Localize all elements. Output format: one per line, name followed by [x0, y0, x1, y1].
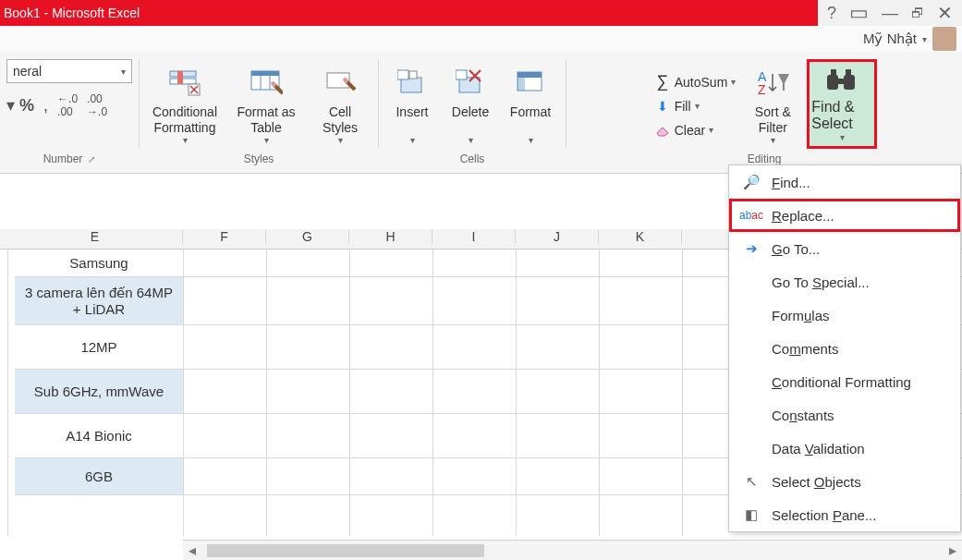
group-cells: Insert▾ Delete▾ Format▾ Cells [379, 52, 566, 173]
menu-comments[interactable]: Comments [729, 332, 960, 365]
svg-rect-10 [397, 70, 408, 79]
col-header[interactable]: G [266, 229, 349, 244]
group-styles: Conditional Formatting▾ Format as Table▾… [140, 52, 378, 173]
number-format-combo[interactable]: neral ▾ [6, 59, 132, 83]
help-icon[interactable]: ? [827, 5, 836, 21]
increase-decimal-button[interactable]: ←.0.00 [57, 92, 78, 118]
decrease-decimal-button[interactable]: .00→.0 [87, 92, 107, 118]
scroll-thumb[interactable] [207, 544, 484, 557]
chevron-down-icon: ▾ [121, 67, 126, 77]
window-controls: ? ▭ — 🗗 ✕ [818, 0, 962, 26]
sort-filter-icon: AZ [754, 64, 791, 101]
col-header[interactable]: K [599, 229, 682, 244]
insert-button[interactable]: Insert▾ [386, 62, 438, 147]
number-format-value: neral [13, 64, 42, 79]
percent-button[interactable]: ▾ % [6, 95, 34, 116]
svg-rect-11 [409, 71, 417, 79]
pane-icon: ◧ [742, 506, 761, 523]
format-as-table-icon [248, 64, 285, 101]
autosum-button[interactable]: ∑ AutoSum ▾ [654, 71, 737, 93]
conditional-formatting-button[interactable]: Conditional Formatting▾ [147, 62, 223, 147]
close-icon[interactable]: ✕ [937, 4, 953, 22]
svg-rect-13 [456, 70, 467, 79]
col-header[interactable]: J [516, 229, 599, 244]
menu-goto-special[interactable]: Go To Special... [729, 265, 960, 298]
arrow-right-icon: ➔ [742, 240, 761, 257]
user-menu-chevron-icon[interactable]: ▾ [922, 34, 927, 44]
cursor-icon: ↖ [742, 473, 761, 490]
title-bar: Book1 - Microsoft Excel ? ▭ — 🗗 ✕ [0, 0, 962, 26]
clear-button[interactable]: Clear ▾ [654, 119, 737, 141]
delete-button[interactable]: Delete▾ [444, 62, 497, 147]
menu-goto[interactable]: ➔ Go To... [729, 232, 960, 265]
user-name[interactable]: Mỹ Nhật [863, 30, 917, 47]
menu-constants[interactable]: Constants [729, 398, 960, 432]
scroll-right-icon[interactable]: ▸ [944, 542, 962, 559]
format-as-table-button[interactable]: Format as Table▾ [228, 62, 304, 147]
group-number: neral ▾ ▾ % , ←.0.00 .00→.0 Number ⤢ [0, 52, 139, 173]
svg-rect-22 [831, 69, 836, 77]
binoculars-icon [825, 66, 858, 99]
format-button[interactable]: Format▾ [503, 62, 558, 147]
sigma-icon: ∑ [654, 72, 671, 91]
menu-conditional-formatting[interactable]: Conditional Formatting [729, 365, 960, 398]
group-editing: ∑ AutoSum ▾ ⬇ Fill ▾ Clear ▾ [566, 52, 962, 173]
svg-rect-5 [251, 71, 279, 76]
svg-rect-16 [518, 72, 525, 91]
svg-rect-21 [836, 79, 846, 84]
menu-replace[interactable]: abac Replace... [729, 199, 960, 232]
eraser-icon [654, 124, 671, 137]
col-header[interactable]: I [432, 229, 516, 244]
group-label-editing: Editing [748, 152, 782, 165]
ribbon-collapse-icon[interactable]: ▭ [849, 3, 869, 23]
svg-text:Z: Z [758, 82, 766, 96]
find-select-button[interactable]: Find & Select▾ [810, 62, 874, 146]
binoculars-icon: 🔎 [742, 174, 761, 190]
group-label-cells: Cells [460, 152, 485, 165]
replace-icon: abac [742, 209, 761, 222]
group-label-styles: Styles [244, 152, 274, 165]
menu-select-objects[interactable]: ↖ Select Objects [729, 465, 960, 498]
conditional-formatting-icon [166, 64, 203, 101]
user-bar: Mỹ Nhật ▾ [0, 26, 962, 52]
window-title: Book1 - Microsoft Excel [4, 6, 140, 20]
find-select-menu: 🔎 Find... abac Replace... ➔ Go To... Go … [728, 164, 961, 532]
scroll-left-icon[interactable]: ◂ [183, 542, 201, 559]
ribbon: neral ▾ ▾ % , ←.0.00 .00→.0 Number ⤢ Con… [0, 52, 962, 174]
insert-cells-icon [394, 64, 431, 101]
restore-icon[interactable]: 🗗 [911, 6, 924, 19]
col-header[interactable]: F [183, 229, 266, 244]
fill-down-icon: ⬇ [654, 99, 671, 114]
menu-data-validation[interactable]: Data Validation [729, 432, 960, 465]
fill-button[interactable]: ⬇ Fill ▾ [654, 95, 737, 117]
cell-styles-icon [322, 64, 359, 101]
col-header[interactable]: H [349, 229, 432, 244]
svg-rect-2 [177, 71, 183, 84]
menu-formulas[interactable]: Formulas [729, 298, 960, 332]
avatar[interactable] [932, 27, 956, 51]
format-cells-icon [512, 64, 549, 101]
delete-cells-icon [452, 64, 489, 101]
sort-filter-button[interactable]: AZ Sort & Filter▾ [745, 62, 800, 147]
dialog-launcher-icon[interactable]: ⤢ [88, 154, 95, 164]
menu-find[interactable]: 🔎 Find... [729, 165, 960, 199]
minimize-icon[interactable]: — [882, 5, 898, 21]
svg-rect-23 [846, 69, 851, 77]
horizontal-scrollbar[interactable]: ◂ ▸ [183, 540, 962, 560]
menu-selection-pane[interactable]: ◧ Selection Pane... [729, 498, 960, 531]
group-label-number: Number [43, 152, 83, 165]
comma-button[interactable]: , [43, 96, 48, 116]
cell-styles-button[interactable]: Cell Styles▾ [310, 62, 371, 147]
col-header[interactable]: E [7, 229, 183, 244]
